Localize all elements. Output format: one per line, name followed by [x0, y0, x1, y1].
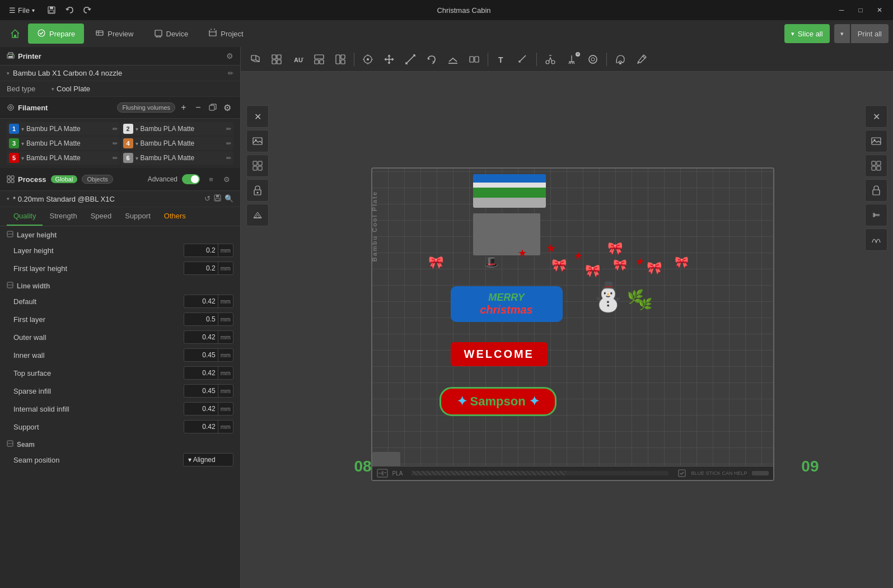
bed-type-value[interactable]: ▾ Cool Plate	[52, 85, 90, 93]
process-tune-icon[interactable]: ⚙	[220, 172, 233, 186]
maximize-button[interactable]: □	[852, 2, 869, 18]
first-layer-height-input[interactable]	[184, 264, 218, 272]
tab-speed[interactable]: Speed	[84, 207, 119, 226]
tab-support[interactable]: Support	[118, 207, 157, 226]
internal-solid-value[interactable]: mm	[184, 402, 233, 416]
undo-button[interactable]	[62, 2, 77, 18]
print-all-button[interactable]: Print all	[851, 24, 889, 43]
arrange-button[interactable]	[330, 50, 350, 68]
text-tool-button[interactable]: T	[492, 50, 512, 68]
sparse-infill-value[interactable]: mm	[184, 384, 233, 398]
inner-wall-input[interactable]	[184, 351, 218, 359]
seam-position-value[interactable]: ▾ Aligned	[183, 453, 233, 466]
print-bed[interactable]: Bambu Cool Plate 🎀 🎩 ★ ★ ★	[371, 167, 774, 481]
flushing-volumes-button[interactable]: Flushing volumes	[117, 102, 175, 113]
tab-strength[interactable]: Strength	[43, 207, 83, 226]
prepare-tab[interactable]: Prepare	[28, 24, 84, 44]
filament-copy-button[interactable]	[207, 101, 219, 114]
add-filament-button[interactable]: +	[177, 101, 190, 114]
perspective-view-button[interactable]	[245, 50, 265, 68]
preset-refresh-icon[interactable]: ↺	[204, 194, 211, 203]
hollow-button[interactable]	[583, 50, 603, 68]
printer-settings-icon[interactable]: ⚙	[226, 52, 233, 60]
save-button[interactable]	[44, 2, 59, 18]
printer-edit-icon[interactable]: ✏	[228, 69, 233, 77]
right-settings-button[interactable]	[865, 204, 887, 226]
filament-settings-button[interactable]: ⚙	[221, 101, 233, 114]
right-close-button[interactable]: ✕	[865, 105, 887, 128]
filament-6-edit[interactable]: ✏	[226, 155, 231, 162]
scale-button[interactable]	[400, 50, 420, 68]
layout-button[interactable]	[309, 50, 329, 68]
first-layer-input[interactable]	[184, 315, 218, 323]
filament-item-4[interactable]: 4 ▾ Bambu PLA Matte ✏	[121, 137, 234, 150]
right-wave-button[interactable]	[865, 228, 887, 251]
filament-1-edit[interactable]: ✏	[113, 125, 118, 133]
inner-wall-value[interactable]: mm	[184, 348, 233, 362]
preset-save-icon[interactable]	[214, 194, 221, 203]
filament-item-3[interactable]: 3 ▾ Bambu PLA Matte ✏	[7, 137, 120, 150]
default-input[interactable]	[184, 297, 218, 305]
objects-badge[interactable]: Objects	[82, 175, 113, 184]
default-value[interactable]: mm	[184, 295, 233, 308]
filament-2-edit[interactable]: ✏	[226, 125, 231, 133]
advanced-toggle[interactable]	[182, 174, 200, 184]
wireframe-button[interactable]	[246, 204, 269, 226]
device-tab[interactable]: Device	[145, 24, 198, 44]
top-surface-input[interactable]	[184, 369, 218, 377]
remove-filament-button[interactable]: −	[192, 101, 204, 114]
home-button[interactable]	[4, 24, 26, 44]
preview-tab[interactable]: Preview	[86, 24, 142, 44]
rotate-button[interactable]	[422, 50, 442, 68]
filament-item-1[interactable]: 1 ▾ Bambu PLA Matte ✏	[7, 122, 120, 136]
support-value[interactable]: mm	[184, 420, 233, 433]
flatten-button[interactable]	[443, 50, 463, 68]
first-layer-height-value[interactable]: mm	[184, 262, 233, 275]
right-image-button[interactable]	[865, 130, 887, 152]
support-button[interactable]: +	[562, 50, 582, 68]
global-badge[interactable]: Global	[51, 175, 78, 183]
lock-button[interactable]	[246, 179, 269, 202]
redo-button[interactable]	[80, 2, 95, 18]
right-lock-button[interactable]	[865, 179, 887, 202]
project-tab[interactable]: Project	[199, 24, 252, 44]
outer-wall-value[interactable]: mm	[184, 330, 233, 344]
support-input[interactable]	[184, 423, 218, 431]
canvas-area[interactable]: ✕ ✕	[241, 72, 893, 588]
tab-quality[interactable]: Quality	[7, 207, 43, 226]
print-dropdown-button[interactable]: ▾	[834, 24, 850, 43]
grid-view-button[interactable]	[267, 50, 287, 68]
image-panel-button[interactable]	[246, 130, 269, 152]
layer-height-input[interactable]	[184, 246, 218, 254]
internal-solid-input[interactable]	[184, 405, 218, 413]
filament-item-2[interactable]: 2 ▾ Bambu PLA Matte ✏	[121, 122, 234, 136]
first-layer-value[interactable]: mm	[184, 312, 233, 326]
sparse-infill-input[interactable]	[184, 387, 218, 395]
slice-all-button[interactable]: ▾ Slice all	[784, 24, 830, 43]
filament-3-edit[interactable]: ✏	[113, 140, 118, 147]
filament-4-edit[interactable]: ✏	[226, 140, 231, 147]
close-panel-button[interactable]: ✕	[246, 105, 269, 128]
process-list-icon[interactable]: ≡	[204, 172, 218, 186]
layer-height-value[interactable]: mm	[184, 244, 233, 257]
preview-paint-button[interactable]	[632, 50, 652, 68]
minimize-button[interactable]: ─	[833, 2, 850, 18]
close-button[interactable]: ✕	[871, 2, 889, 18]
split-button[interactable]	[464, 50, 484, 68]
right-grid-button[interactable]	[865, 155, 887, 177]
outer-wall-input[interactable]	[184, 333, 218, 341]
top-surface-value[interactable]: mm	[184, 366, 233, 380]
select-button[interactable]	[358, 50, 378, 68]
move-button[interactable]	[379, 50, 399, 68]
preset-search-icon[interactable]: 🔍	[225, 194, 233, 203]
file-menu[interactable]: ☰ File ▾	[4, 4, 39, 17]
cut-button[interactable]	[540, 50, 560, 68]
colorize-button[interactable]	[610, 50, 630, 68]
filament-item-6[interactable]: 6 ▾ Bambu PLA Matte ✏	[121, 151, 234, 165]
auto-orient-button[interactable]: AUTO	[288, 50, 308, 68]
filament-item-5[interactable]: 5 ▾ Bambu PLA Matte ✏	[7, 151, 120, 165]
measure-button[interactable]	[513, 50, 533, 68]
tab-others[interactable]: Others	[157, 207, 193, 226]
grid-panel-button[interactable]	[246, 155, 269, 177]
filament-5-edit[interactable]: ✏	[113, 155, 118, 162]
